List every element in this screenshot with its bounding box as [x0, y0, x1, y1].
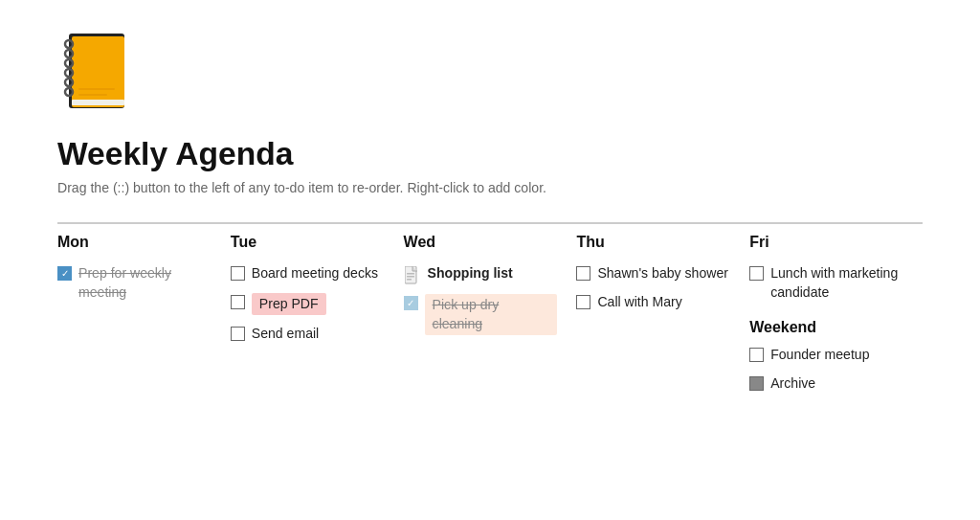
todo-item: Board meeting decks [231, 264, 385, 283]
notebook-icon [57, 29, 134, 115]
agenda-columns: Mon Prep for weekly meeting Tue Board me… [57, 222, 923, 403]
item-text-thu-1: Shawn's baby shower [597, 264, 728, 283]
checkbox-wed-2[interactable] [404, 296, 418, 310]
item-text-weekend-2: Archive [770, 374, 815, 394]
column-wed: Wed Shopping list Pick up dry cleaning [404, 222, 577, 345]
svg-rect-13 [407, 276, 414, 278]
column-mon: Mon Prep for weekly meeting [57, 222, 231, 311]
checkbox-tue-2[interactable] [231, 295, 245, 309]
item-text-tue-1: Board meeting decks [252, 264, 378, 283]
todo-item: Call with Mary [576, 293, 730, 312]
day-header-mon: Mon [57, 234, 212, 251]
item-text-mon-1: Prep for weekly meeting [78, 264, 212, 302]
document-icon [404, 265, 421, 284]
svg-rect-9 [78, 88, 115, 90]
logo-area [57, 29, 923, 119]
checkbox-mon-1[interactable] [57, 266, 72, 281]
item-text-wed-1: Shopping list [428, 264, 513, 283]
svg-rect-14 [407, 279, 412, 281]
checkbox-thu-2[interactable] [576, 295, 590, 309]
checkbox-tue-3[interactable] [231, 327, 245, 341]
svg-rect-1 [72, 36, 124, 107]
todo-item: Send email [231, 325, 385, 344]
archive-icon [749, 376, 764, 391]
day-header-tue: Tue [231, 234, 385, 251]
item-text-tue-2: Prep PDF [252, 293, 326, 316]
day-header-fri: Fri [749, 234, 903, 251]
todo-item: Archive [749, 374, 903, 394]
subtitle: Drag the (::) button to the left of any … [57, 180, 923, 195]
item-text-fri-1: Lunch with marketing candidate [770, 264, 903, 302]
day-header-wed: Wed [404, 234, 558, 251]
item-text-tue-3: Send email [252, 325, 319, 344]
svg-rect-2 [72, 100, 124, 105]
todo-item: Pick up dry cleaning [404, 294, 558, 335]
column-thu: Thu Shawn's baby shower Call with Mary [576, 222, 749, 321]
checkbox-thu-1[interactable] [576, 266, 590, 281]
checkbox-fri-1[interactable] [749, 266, 764, 281]
item-text-weekend-1: Founder meetup [770, 346, 869, 365]
todo-item: Founder meetup [749, 346, 903, 365]
weekend-header: Weekend [749, 319, 903, 336]
column-fri: Fri Lunch with marketing candidate Weeke… [749, 222, 923, 403]
todo-item: Shawn's baby shower [576, 264, 730, 283]
checkbox-weekend-1[interactable] [749, 348, 764, 362]
item-text-wed-2: Pick up dry cleaning [425, 294, 558, 335]
todo-item: Shopping list [404, 264, 558, 284]
svg-rect-10 [78, 94, 107, 96]
todo-item: Prep PDF [231, 293, 385, 316]
page-title: Weekly Agenda [57, 136, 923, 172]
column-tue: Tue Board meeting decks Prep PDF Send em… [231, 222, 404, 353]
item-text-thu-2: Call with Mary [597, 293, 681, 312]
todo-item: Lunch with marketing candidate [749, 264, 903, 302]
checkbox-tue-1[interactable] [231, 266, 245, 281]
day-header-thu: Thu [576, 234, 730, 251]
svg-rect-12 [407, 273, 414, 275]
todo-item: Prep for weekly meeting [57, 264, 212, 302]
